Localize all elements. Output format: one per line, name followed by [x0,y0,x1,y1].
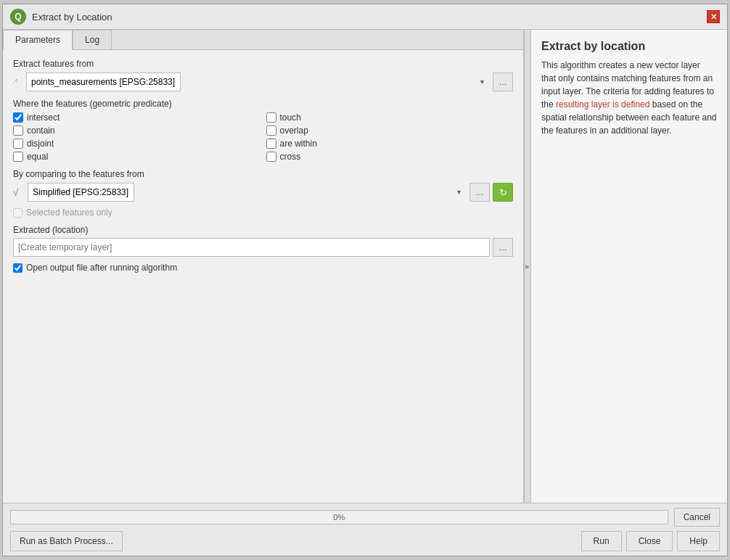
disjoint-checkbox[interactable] [13,139,23,149]
disjoint-label: disjoint [27,139,54,149]
panel-divider [524,30,531,503]
predicate-contain: contain [13,125,261,136]
predicate-equal: equal [13,152,261,162]
extracted-section: Extracted (location) … [13,225,513,257]
tab-log[interactable]: Log [73,30,112,49]
comparing-refresh-button[interactable]: ↻ [493,183,513,202]
contain-checkbox[interactable] [13,125,23,136]
help-button[interactable]: Help [677,531,720,551]
predicate-are-within: are within [266,139,514,149]
cancel-button[interactable]: Cancel [674,508,720,527]
main-window: Q Extract by Location ✕ Parameters Log E… [2,4,728,556]
predicate-touch: touch [266,112,514,123]
window-title: Extract by Location [32,12,112,22]
left-panel: Parameters Log Extract features from ·° … [3,30,524,503]
extract-features-label: Extract features from [13,59,513,69]
action-row: Run as Batch Process... Run Close Help [10,531,720,551]
progress-label: 0% [11,513,668,522]
extract-features-browse-button[interactable]: … [493,73,513,91]
intersect-checkbox[interactable] [13,112,23,123]
predicate-disjoint: disjoint [13,139,261,149]
right-panel: Extract by location This algorithm creat… [531,30,727,503]
predicate-section: Where the features (geometric predicate)… [13,99,513,162]
help-title: Extract by location [541,40,717,53]
params-content: Extract features from ·° points_measurem… [3,50,523,503]
cross-checkbox[interactable] [266,152,276,162]
selected-only-checkbox[interactable] [13,208,22,218]
extract-features-dropdown-wrapper: points_measurements [EPSG:25833] [26,73,490,91]
qgis-logo: Q [10,9,26,25]
are-within-label: are within [280,139,317,149]
comparing-dropdown-wrapper: Simplified [EPSG:25833] [28,183,467,202]
window-close-button[interactable]: ✕ [707,10,720,23]
contain-label: contain [27,125,55,136]
are-within-checkbox[interactable] [266,139,276,149]
batch-process-button[interactable]: Run as Batch Process... [10,531,123,551]
predicate-overlap: overlap [266,125,514,136]
open-output-label: Open output file after running algorithm [26,263,177,273]
tab-parameters[interactable]: Parameters [3,30,73,50]
predicate-intersect: intersect [13,112,261,123]
progress-bar-container: 0% [10,510,668,524]
polygon-layer-icon: √ [13,187,25,198]
equal-label: equal [27,152,48,162]
progress-row: 0% Cancel [10,508,720,527]
open-output-checkbox[interactable] [13,263,22,273]
content-area: Parameters Log Extract features from ·° … [3,30,727,503]
predicate-cross: cross [266,152,514,162]
comparing-label: By comparing to the features from [13,169,513,179]
title-bar-left: Q Extract by Location [10,9,112,25]
action-buttons: Run Close Help [581,531,720,551]
extract-features-row: ·° points_measurements [EPSG:25833] … [13,73,513,91]
extracted-label: Extracted (location) [13,225,513,235]
overlap-checkbox[interactable] [266,125,276,136]
comparing-browse-button[interactable]: … [469,183,490,202]
equal-checkbox[interactable] [13,152,23,162]
output-row: … [13,238,513,257]
title-bar: Q Extract by Location ✕ [3,4,727,30]
help-red-text: resulting layer is defined [556,99,649,110]
bottom-bar: 0% Cancel Run as Batch Process... Run Cl… [3,503,727,556]
close-button[interactable]: Close [626,531,673,551]
help-text: This algorithm creates a new vector laye… [541,59,717,137]
output-browse-button[interactable]: … [493,238,513,257]
predicate-label: Where the features (geometric predicate) [13,99,513,109]
extract-features-dropdown[interactable]: points_measurements [EPSG:25833] [26,73,181,91]
intersect-label: intersect [27,112,60,123]
open-output-row: Open output file after running algorithm [13,263,513,273]
touch-label: touch [280,112,301,123]
comparing-row: √ Simplified [EPSG:25833] … ↻ [13,183,513,202]
output-input[interactable] [13,238,490,257]
predicate-grid: intersect touch contain [13,112,513,162]
selected-only-label: Selected features only [26,207,112,218]
overlap-label: overlap [280,125,308,136]
cross-label: cross [280,152,301,162]
comparing-section: By comparing to the features from √ Simp… [13,169,513,202]
selected-only-row: Selected features only [13,207,513,218]
touch-checkbox[interactable] [266,112,276,123]
tabs: Parameters Log [3,30,523,50]
point-layer-icon: ·° [13,78,23,86]
comparing-dropdown[interactable]: Simplified [EPSG:25833] [28,183,134,202]
run-button[interactable]: Run [581,531,622,551]
